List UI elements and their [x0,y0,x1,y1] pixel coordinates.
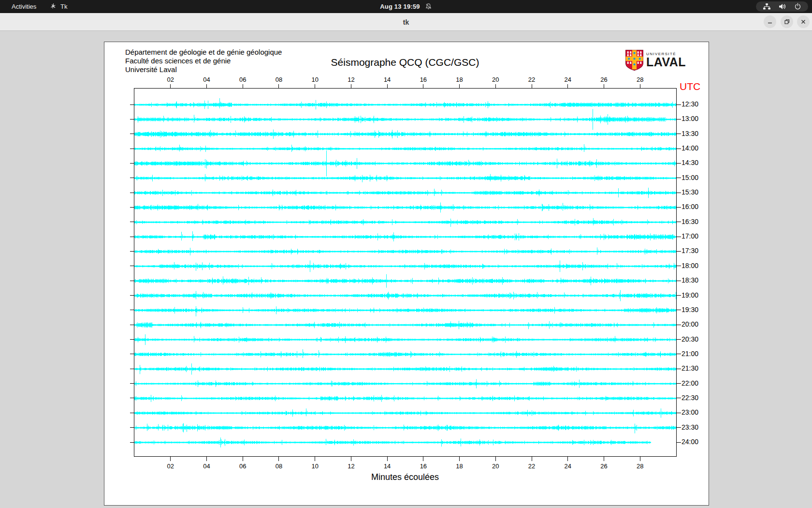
utc-time-label: 15:00 [682,174,698,181]
utc-time-label: 19:00 [682,292,698,299]
y-tick-left [130,119,134,120]
y-tick-right [677,339,681,340]
x-tick-label-top: 18 [453,76,466,83]
x-tick-top [315,84,315,89]
y-tick-right [677,398,681,398]
y-tick-left [130,178,134,178]
x-tick-label-top: 04 [200,76,213,83]
x-tick-top [387,84,388,89]
y-tick-right [677,310,681,310]
system-tray[interactable] [756,1,808,12]
close-button[interactable] [797,15,810,28]
x-tick-label-top: 20 [489,76,502,83]
x-tick-top [604,84,604,89]
y-tick-left [130,339,134,340]
y-tick-right [677,237,681,237]
y-tick-left [130,413,134,413]
activities-button[interactable]: Activities [7,0,41,13]
x-tick-bottom [459,457,460,461]
x-tick-label-bottom: 02 [164,463,177,470]
x-tick-top [351,84,351,89]
y-tick-right [677,369,681,369]
x-tick-label-bottom: 06 [236,463,249,470]
x-tick-top [567,84,568,89]
utc-time-label: 18:30 [682,277,698,284]
y-tick-right [677,354,681,354]
x-tick-bottom [387,457,388,461]
utc-time-label: 14:00 [682,145,698,152]
x-tick-label-top: 08 [273,76,285,83]
x-tick-bottom [532,457,532,461]
clock-menu[interactable]: Aug 13 19:59 [0,0,812,13]
x-tick-bottom [206,457,207,461]
y-tick-left [130,427,134,428]
x-tick-top [243,84,243,89]
y-tick-left [130,222,134,222]
y-tick-left [130,251,134,252]
x-tick-top [206,84,207,89]
maximize-button[interactable] [781,15,793,28]
institution-header: Département de géologie et de génie géol… [125,48,282,74]
gnome-top-bar: Activities Tk Aug 13 19:59 [0,0,812,13]
y-tick-right [677,427,681,428]
y-tick-right [677,383,681,384]
utc-time-label: 23:00 [682,409,698,416]
utc-time-label: 16:00 [682,203,698,210]
power-icon [794,3,801,10]
app-indicator-tk[interactable]: Tk [50,0,67,13]
y-tick-right [677,281,681,281]
y-tick-left [130,237,134,237]
y-tick-left [130,193,134,193]
utc-time-label: 20:30 [682,336,698,343]
x-tick-label-bottom: 04 [200,463,213,470]
utc-time-label: 21:00 [682,350,698,358]
window-titlebar[interactable]: tk [0,13,812,31]
minimize-button[interactable] [764,15,776,28]
y-tick-left [130,295,134,296]
utc-time-label: 13:30 [682,130,698,137]
y-tick-left [130,105,134,105]
y-tick-left [130,207,134,208]
x-tick-label-bottom: 08 [273,463,285,470]
utc-time-label: 21:30 [682,365,698,372]
utc-time-label: 14:30 [682,159,698,166]
y-tick-right [677,134,681,134]
x-tick-label-bottom: 28 [634,463,646,470]
y-tick-right [677,193,681,193]
x-tick-label-top: 28 [634,76,646,83]
y-tick-right [677,325,681,325]
x-axis-title: Minutes écoulées [260,472,550,482]
seismogram-canvas [134,89,676,456]
y-tick-left [130,442,134,443]
y-tick-left [130,266,134,266]
volume-icon [779,3,786,10]
x-tick-label-top: 16 [417,76,430,83]
utc-axis-label: UTC [680,81,700,92]
network-wired-icon [763,3,771,10]
x-tick-label-top: 12 [345,76,357,83]
x-tick-top [640,84,640,89]
y-tick-left [130,163,134,164]
laval-logo-text: UNIVERSITÉ LAVAL [646,50,686,68]
x-tick-top [459,84,460,89]
utc-time-label: 12:30 [682,101,698,108]
y-tick-left [130,281,134,281]
x-tick-label-top: 26 [598,76,610,83]
y-tick-right [677,295,681,296]
x-tick-label-bottom: 16 [417,463,430,470]
tk-icon [50,3,57,10]
y-tick-right [677,266,681,266]
utc-time-label: 23:30 [682,424,698,431]
x-tick-label-bottom: 24 [562,463,574,470]
y-tick-left [130,134,134,134]
y-tick-left [130,149,134,149]
header-line-3: Université Laval [125,65,282,74]
y-tick-right [677,119,681,120]
clock-text: Aug 13 19:59 [380,3,420,10]
x-tick-bottom [278,457,279,461]
utc-time-label: 17:00 [682,233,698,240]
y-tick-left [130,325,134,325]
utc-time-label: 13:00 [682,115,698,122]
y-tick-left [130,310,134,310]
x-tick-top [423,84,423,89]
